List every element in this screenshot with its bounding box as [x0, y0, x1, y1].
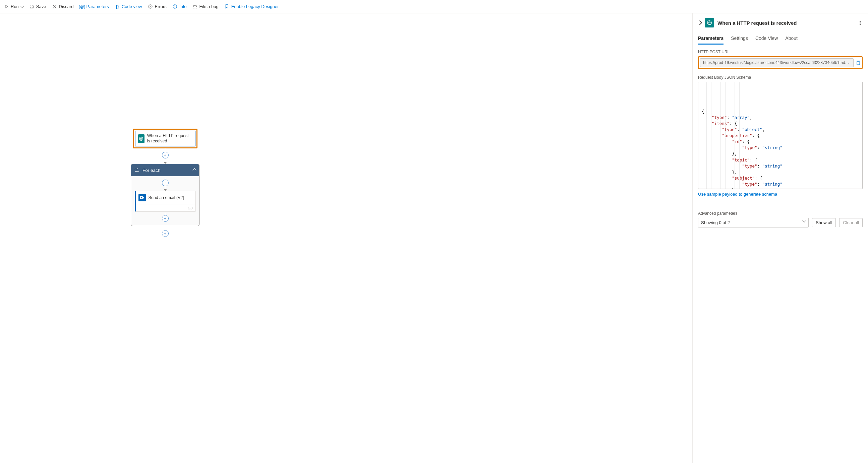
foreach-node: For each + Se: [131, 164, 199, 226]
save-label: Save: [36, 4, 46, 9]
svg-rect-9: [857, 61, 860, 64]
save-icon: [30, 4, 34, 9]
send-email-footer: [136, 204, 195, 211]
add-step-button-1[interactable]: +: [162, 152, 168, 159]
trigger-label: When a HTTP request is received: [147, 133, 192, 144]
tab-code-view[interactable]: Code View: [755, 33, 778, 44]
panel-tabs: Parameters Settings Code View About: [693, 33, 868, 45]
tab-settings[interactable]: Settings: [731, 33, 748, 44]
tab-about[interactable]: About: [785, 33, 798, 44]
info-icon: [173, 4, 177, 9]
code-view-button[interactable]: {} Code view: [115, 4, 142, 9]
http-request-icon: [138, 134, 145, 143]
error-icon: [148, 4, 153, 9]
run-button[interactable]: Run: [4, 4, 24, 9]
chevron-down-icon: [803, 219, 806, 222]
bug-icon: [193, 4, 197, 9]
code-view-label: Code view: [122, 4, 142, 9]
send-email-node[interactable]: Send an email (V2): [135, 191, 196, 212]
json-schema-editor[interactable]: { "type": "array", "items": { "type": "o…: [698, 82, 863, 189]
close-icon: [52, 4, 57, 9]
enable-legacy-label: Enable Legacy Designer: [231, 4, 279, 9]
panel-body: HTTP POST URL https://prod-19.westus2.lo…: [693, 45, 868, 463]
connection-icon[interactable]: [187, 206, 193, 210]
main-area: When a HTTP request is received + For ea…: [0, 13, 868, 463]
errors-button[interactable]: Errors: [148, 4, 166, 9]
svg-point-7: [141, 197, 142, 198]
details-panel: When a HTTP request is received Paramete…: [692, 13, 868, 463]
advanced-select-value: Showing 0 of 2: [701, 220, 730, 225]
trigger-highlight: When a HTTP request is received: [133, 129, 197, 148]
url-field-label: HTTP POST URL: [698, 49, 863, 54]
advanced-parameters-select[interactable]: Showing 0 of 2: [698, 218, 809, 228]
http-post-url-field[interactable]: https://prod-19.westus2.logic.azure.com:…: [700, 58, 854, 67]
foreach-label: For each: [143, 168, 160, 173]
copy-url-button[interactable]: [856, 60, 861, 65]
add-step-button-2[interactable]: +: [162, 179, 168, 186]
file-bug-label: File a bug: [199, 4, 219, 9]
svg-point-2: [175, 5, 175, 6]
panel-menu-button[interactable]: [857, 20, 863, 26]
connector-2: +: [165, 177, 166, 191]
toolbar: Run Save Discard [@] Parameters {} Code …: [0, 0, 868, 13]
connector-3: +: [165, 213, 166, 222]
outlook-icon: [138, 194, 146, 201]
foreach-header[interactable]: For each: [131, 164, 199, 176]
discard-label: Discard: [59, 4, 74, 9]
schema-field-label: Request Body JSON Schema: [698, 75, 863, 80]
run-label: Run: [11, 4, 19, 9]
use-sample-payload-link[interactable]: Use sample payload to generate schema: [698, 192, 777, 197]
bookmark-icon: [225, 4, 229, 9]
loop-icon: [134, 168, 139, 172]
send-email-label: Send an email (V2): [149, 195, 184, 200]
panel-title: When a HTTP request is received: [717, 20, 797, 26]
connector-4: +: [165, 228, 166, 237]
play-icon: [4, 4, 9, 9]
info-button[interactable]: Info: [173, 4, 187, 9]
tab-parameters[interactable]: Parameters: [698, 33, 723, 44]
collapse-panel-button[interactable]: [698, 21, 702, 25]
workflow-flow: When a HTTP request is received + For ea…: [131, 129, 199, 237]
discard-button[interactable]: Discard: [52, 4, 74, 9]
braces-icon: {}: [115, 4, 120, 9]
errors-label: Errors: [155, 4, 166, 9]
panel-header: When a HTTP request is received: [693, 13, 868, 33]
designer-canvas[interactable]: When a HTTP request is received + For ea…: [0, 13, 692, 463]
info-label: Info: [179, 4, 187, 9]
chevron-up-icon[interactable]: [192, 168, 196, 172]
svg-rect-3: [175, 6, 175, 8]
save-button[interactable]: Save: [30, 4, 46, 9]
add-step-button-3[interactable]: +: [162, 215, 168, 222]
clear-all-button[interactable]: Clear all: [839, 218, 863, 227]
add-step-button-4[interactable]: +: [162, 230, 168, 237]
show-all-button[interactable]: Show all: [812, 218, 836, 227]
file-bug-button[interactable]: File a bug: [193, 4, 219, 9]
parameters-icon: [@]: [80, 4, 85, 9]
foreach-body: + Send an email (V2): [131, 176, 199, 226]
advanced-parameters-label: Advanced parameters: [698, 211, 863, 216]
parameters-button[interactable]: [@] Parameters: [80, 4, 109, 9]
enable-legacy-button[interactable]: Enable Legacy Designer: [225, 4, 279, 9]
separator: [698, 205, 863, 205]
chevron-down-icon: [20, 4, 24, 8]
connector-1: +: [165, 148, 166, 164]
trigger-node[interactable]: When a HTTP request is received: [135, 131, 195, 146]
url-highlight: https://prod-19.westus2.logic.azure.com:…: [698, 56, 863, 69]
http-request-icon: [705, 18, 714, 28]
advanced-parameters-row: Showing 0 of 2 Show all Clear all: [698, 218, 863, 228]
parameters-label: Parameters: [87, 4, 109, 9]
